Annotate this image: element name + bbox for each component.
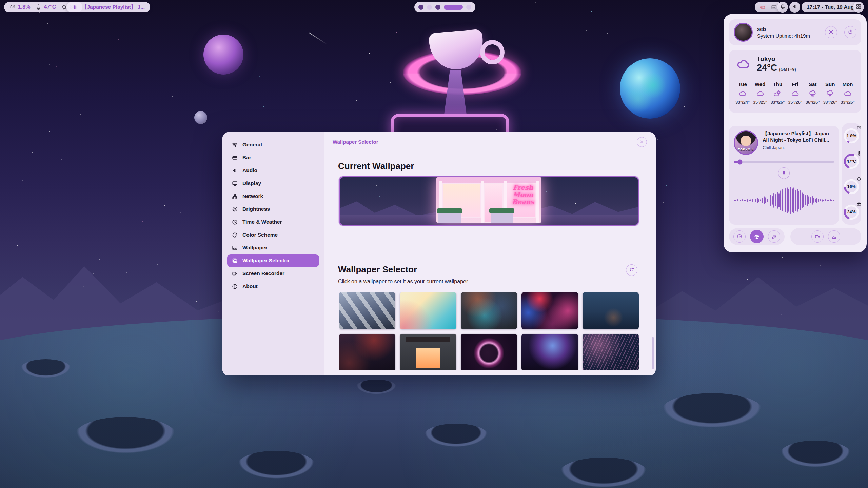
wave-bar: [818, 199, 819, 202]
crater: [780, 441, 851, 468]
star: [259, 76, 260, 77]
star: [347, 193, 347, 193]
star: [172, 96, 172, 97]
power-profile-balanced[interactable]: [750, 230, 764, 243]
sidebar-item-display[interactable]: Display: [227, 177, 319, 190]
wallpaper-thumb-cyberpunk-arcade[interactable]: [521, 292, 578, 329]
sidebar-item-wallpaper[interactable]: Wallpaper: [227, 241, 319, 254]
sidebar-item-label: Time & Weather: [242, 219, 282, 225]
wave-bar: [807, 195, 808, 206]
sidebar-item-network[interactable]: Network: [227, 190, 319, 203]
wallpaper-thumb-pink-ring[interactable]: [461, 334, 517, 370]
settings-button[interactable]: [825, 26, 837, 38]
wave-bar: [772, 196, 773, 205]
weather-timezone: (GMT+9): [779, 67, 796, 72]
star: [349, 184, 350, 184]
sidebar-item-about[interactable]: About: [227, 280, 319, 293]
star: [180, 212, 181, 213]
star: [722, 216, 722, 216]
wallpaper-thumb-dark-red-forest[interactable]: [339, 334, 395, 370]
star: [200, 269, 200, 269]
wallpaper-thumb-lofi-coffee-shop[interactable]: [400, 334, 456, 370]
wallpaper-thumb-snow-night-village[interactable]: [583, 292, 639, 329]
sidebar-item-bar[interactable]: Bar: [227, 151, 319, 164]
wallpaper-thumb-nebula-forest[interactable]: [521, 334, 578, 370]
play-pause-button[interactable]: [778, 167, 790, 179]
media-player-card: TOKYO L 【Japanese Playlist】 Japan All Ni…: [729, 126, 839, 225]
star: [684, 102, 684, 102]
wallpaper-thumb-blur-abstract[interactable]: [461, 292, 517, 329]
star: [621, 45, 622, 45]
power-button[interactable]: [844, 26, 856, 38]
scrollbar-thumb[interactable]: [652, 337, 654, 369]
screen-record-button[interactable]: [811, 230, 824, 243]
close-icon: [639, 139, 644, 145]
sidebar-item-label: About: [242, 283, 258, 289]
volume-button[interactable]: [789, 2, 800, 13]
photo-icon[interactable]: [771, 4, 777, 11]
sidebar-item-label: Wallpaper: [242, 245, 268, 251]
star: [204, 267, 204, 267]
forecast-day: Thu: [773, 81, 783, 87]
gamepad-icon[interactable]: [760, 4, 766, 11]
pause-icon: [72, 4, 78, 11]
stat-value: 47°C: [44, 4, 56, 10]
brightness-icon: [232, 206, 238, 212]
media-progress-slider[interactable]: [734, 161, 834, 163]
wallpaper-thumb-pastel-gradient[interactable]: [400, 292, 456, 329]
window-header: Wallpaper Selector: [324, 132, 656, 152]
sidebar-item-audio[interactable]: Audio: [227, 164, 319, 177]
sidebar-item-screen-recorder[interactable]: Screen Recorder: [227, 267, 319, 280]
notifications-button[interactable]: [777, 2, 788, 13]
sun-cloud-icon: [773, 89, 782, 98]
workspace-dot-1[interactable]: [418, 5, 423, 10]
palette-icon: [232, 232, 238, 238]
media-subtitle: Chill Japan.: [763, 145, 834, 150]
earth-planet: [620, 58, 680, 119]
leaf-icon: [771, 233, 777, 240]
top-bar: 1.8%47°C8G 【Japanese Playlist】 J... 17:1…: [0, 0, 868, 14]
star: [93, 208, 93, 209]
clock-pill[interactable]: 17:17 - Tue, 19 Aug: [802, 2, 859, 12]
wave-bar: [775, 194, 776, 206]
wave-bar: [812, 196, 813, 205]
close-button[interactable]: [637, 137, 647, 147]
star: [93, 133, 93, 133]
wallpaper-thumb-mesh-wave[interactable]: [583, 334, 639, 370]
small-moon: [194, 111, 207, 124]
media-title-pill[interactable]: 【Japanese Playlist】 J...: [66, 2, 150, 12]
power-profile-power-saver[interactable]: [768, 230, 780, 243]
forecast-day: Sat: [809, 81, 816, 87]
workspace-dot-3[interactable]: [435, 5, 440, 10]
slider-knob[interactable]: [737, 159, 742, 164]
wave-bar: [828, 200, 829, 201]
star: [356, 100, 357, 101]
wave-bar: [792, 188, 793, 212]
star: [660, 131, 660, 131]
sidebar-item-label: General: [242, 142, 262, 148]
audio-visualizer: [734, 180, 834, 220]
workspace-dot-5[interactable]: [466, 5, 471, 10]
workspace-dot-4[interactable]: [444, 5, 463, 10]
sidebar-item-color-scheme[interactable]: Color Scheme: [227, 228, 319, 241]
star: [433, 191, 433, 191]
wallpaper-button[interactable]: [828, 230, 840, 243]
refresh-button[interactable]: [626, 264, 637, 276]
sidebar-item-brightness[interactable]: Brightness: [227, 203, 319, 216]
power-icon: [847, 29, 853, 36]
sidebar-item-general[interactable]: General: [227, 138, 319, 151]
star: [557, 78, 557, 78]
sidebar-item-wallpaper-selector[interactable]: Wallpaper Selector: [227, 254, 319, 267]
workspace-indicator[interactable]: [414, 2, 475, 12]
star: [422, 188, 423, 188]
power-profile-performance[interactable]: [733, 230, 746, 243]
sidebar-item-time-weather[interactable]: Time & Weather: [227, 216, 319, 228]
wave-bar: [803, 194, 804, 207]
utility-button-group: [790, 228, 861, 245]
app-launcher-button[interactable]: [853, 2, 864, 13]
wallpaper-thumb-anime-street[interactable]: [339, 292, 395, 329]
wave-bar: [773, 193, 774, 208]
workspace-dot-2[interactable]: [427, 5, 432, 10]
image-icon: [232, 245, 238, 251]
wave-bar: [798, 191, 800, 209]
